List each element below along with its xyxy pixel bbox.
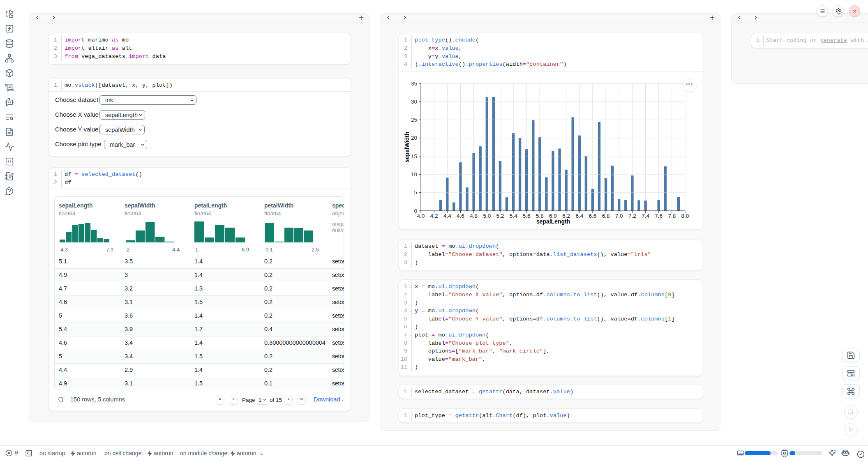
svg-text:6.8: 6.8 [602,213,610,219]
svg-text:25: 25 [411,117,417,123]
svg-text:15: 15 [411,153,417,159]
svg-text:7.4: 7.4 [642,213,649,219]
svg-text:35: 35 [411,81,417,87]
svg-text:4.2: 4.2 [430,213,438,219]
svg-text:4.4: 4.4 [443,213,451,219]
svg-text:sepalLength: sepalLength [536,218,570,225]
svg-text:0: 0 [414,208,417,214]
svg-text:7.0: 7.0 [615,213,623,219]
svg-text:6.6: 6.6 [589,213,597,219]
svg-text:5.6: 5.6 [523,213,531,219]
svg-text:4.0: 4.0 [417,213,425,219]
svg-text:7.2: 7.2 [628,213,636,219]
svg-text:5.4: 5.4 [510,213,517,219]
svg-text:8.0: 8.0 [681,213,689,219]
svg-text:5: 5 [414,189,417,196]
svg-text:7.6: 7.6 [655,213,663,219]
svg-text:7.8: 7.8 [668,213,676,219]
svg-text:10: 10 [411,171,417,177]
svg-text:6.4: 6.4 [575,213,583,219]
svg-text:sepalWidth: sepalWidth [404,132,410,163]
svg-text:4.8: 4.8 [470,213,478,219]
svg-text:5.0: 5.0 [483,213,491,219]
svg-text:30: 30 [411,99,417,105]
svg-text:4.6: 4.6 [457,213,464,219]
svg-text:20: 20 [411,135,417,141]
svg-text:5.2: 5.2 [496,213,504,219]
